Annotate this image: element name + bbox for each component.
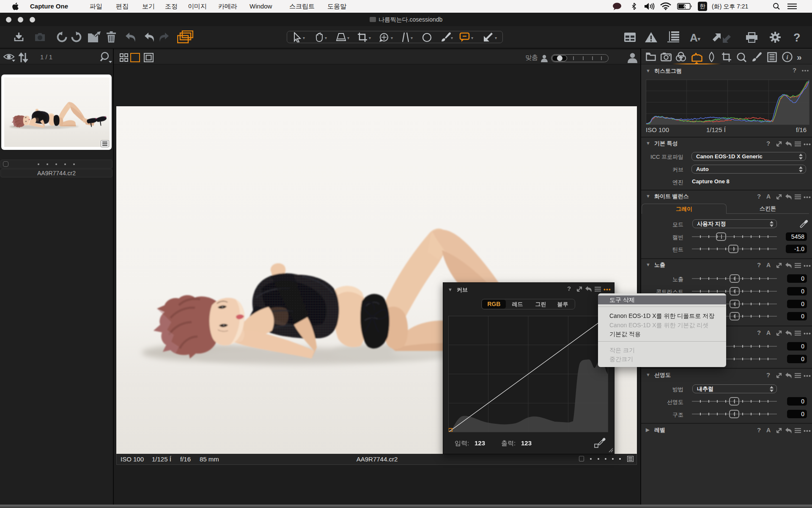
svg-text:i: i — [786, 54, 788, 61]
